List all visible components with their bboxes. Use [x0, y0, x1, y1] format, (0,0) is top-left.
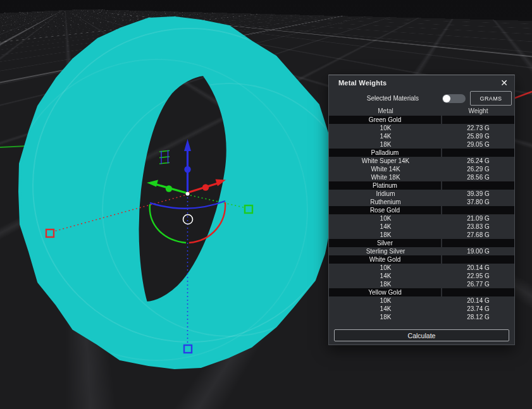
z-axis-bead[interactable]: [184, 166, 190, 173]
metal-weight-value: 26.29 G: [442, 165, 514, 173]
metal-group-name: Green Gold: [329, 116, 441, 124]
metal-weight-value: 26.77 G: [442, 280, 514, 288]
metal-weight-value: 20.14 G: [442, 264, 514, 272]
metal-group-name: White Gold: [329, 255, 441, 264]
metal-weight-value: 22.95 G: [442, 272, 514, 280]
metal-name: 10K: [329, 296, 442, 305]
metal-name: 18K: [329, 231, 442, 239]
metal-weight-row: White 14K26.29 G: [329, 165, 514, 173]
panel-title: Metal Weights: [338, 79, 387, 87]
metal-weight-row: Iridium39.39 G: [329, 190, 514, 198]
metal-group-weight-cell: [442, 149, 514, 157]
metal-weight-row: 10K22.73 G: [329, 124, 514, 132]
metal-name: 18K: [329, 280, 442, 288]
metal-weight-row: 18K28.12 G: [329, 313, 514, 321]
metal-weight-value: 29.05 G: [442, 140, 514, 149]
metal-weight-row: 14K23.83 G: [329, 223, 514, 231]
metal-weight-value: 25.89 G: [442, 132, 514, 140]
metal-name: White 14K: [329, 165, 442, 173]
metal-name: 10K: [329, 214, 442, 223]
selected-materials-toggle[interactable]: [442, 94, 466, 103]
close-icon[interactable]: ✕: [500, 78, 508, 87]
metal-weight-value: 28.12 G: [442, 313, 514, 321]
rotate-free-circle[interactable]: [183, 215, 193, 224]
metal-weight-value: 26.24 G: [442, 157, 514, 165]
column-header-metal: Metal: [329, 107, 442, 114]
metal-weight-row: 18K29.05 G: [329, 140, 514, 149]
metal-weight-row: White 18K28.56 G: [329, 173, 514, 181]
metal-group-header: Silver: [329, 239, 514, 247]
metal-weight-value: 19.00 G: [442, 247, 514, 255]
metal-weight-row: 14K22.95 G: [329, 272, 514, 280]
metal-group-header: White Gold: [329, 255, 514, 264]
x-axis-bead[interactable]: [202, 184, 209, 190]
metal-group-name: Yellow Gold: [329, 288, 441, 296]
ring-model[interactable]: [20, 18, 331, 368]
calculate-button[interactable]: Calculate: [334, 329, 509, 341]
metal-weight-row: 10K20.14 G: [329, 296, 514, 305]
metal-weight-value: 21.09 G: [442, 214, 514, 223]
metal-name: Ruthenium: [329, 198, 442, 206]
metal-group-weight-cell: [442, 181, 514, 190]
gizmo-center-dot[interactable]: [186, 192, 190, 196]
metal-weight-row: 18K26.77 G: [329, 280, 514, 288]
metal-weight-value: 39.39 G: [442, 190, 514, 198]
metal-group-name: Palladium: [329, 149, 441, 157]
metal-name: 18K: [329, 313, 442, 321]
metal-group-name: Rose Gold: [329, 206, 441, 214]
panel-titlebar: Metal Weights ✕: [329, 75, 514, 90]
metal-name: White 18K: [329, 173, 442, 181]
metal-weight-value: 28.56 G: [442, 173, 514, 181]
metal-weight-value: 23.83 G: [442, 223, 514, 231]
metal-weight-row: Ruthenium37.80 G: [329, 198, 514, 206]
metal-group-header: Yellow Gold: [329, 288, 514, 296]
metal-weight-row: Sterling Silver19.00 G: [329, 247, 514, 255]
metal-name: 14K: [329, 132, 442, 140]
metal-weight-value: 23.74 G: [442, 305, 514, 313]
selected-materials-row: Selected Materials GRAMS: [329, 90, 514, 106]
selected-materials-label: Selected Materials: [367, 95, 419, 102]
metal-weight-row: 14K25.89 G: [329, 132, 514, 140]
metal-weight-row: 14K23.74 G: [329, 305, 514, 313]
metal-name: 14K: [329, 272, 442, 280]
metal-group-weight-cell: [442, 239, 514, 247]
metal-name: 14K: [329, 223, 442, 231]
metal-group-weight-cell: [442, 206, 514, 214]
table-header-row: Metal Weight: [329, 106, 514, 116]
metal-group-header: Rose Gold: [329, 206, 514, 214]
plane-handle-icon[interactable]: [159, 150, 170, 164]
metal-weight-value: 37.80 G: [442, 198, 514, 206]
metal-name: 18K: [329, 140, 442, 149]
column-header-weight: Weight: [442, 107, 514, 114]
metal-group-name: Platinum: [329, 181, 441, 190]
metal-name: 14K: [329, 305, 442, 313]
z-axis-arrowhead[interactable]: [184, 139, 191, 151]
metal-weight-value: 20.14 G: [442, 296, 514, 305]
metal-weight-value: 22.73 G: [442, 124, 514, 132]
units-button[interactable]: GRAMS: [470, 91, 512, 106]
metal-group-weight-cell: [442, 116, 514, 124]
metal-weight-row: 18K27.68 G: [329, 231, 514, 239]
metal-name: Iridium: [329, 190, 442, 198]
rotate-arc-green[interactable]: [150, 204, 186, 243]
metal-weight-value: 27.68 G: [442, 231, 514, 239]
metal-weight-row: White Super 14K26.24 G: [329, 157, 514, 165]
metal-group-header: Green Gold: [329, 116, 514, 124]
metal-group-header: Palladium: [329, 149, 514, 157]
metal-weights-table: Green Gold10K22.73 G14K25.89 G18K29.05 G…: [329, 116, 514, 321]
toggle-knob: [443, 95, 450, 102]
y-axis-arrowhead[interactable]: [147, 180, 158, 187]
metal-name: 10K: [329, 264, 442, 272]
metal-name: Sterling Silver: [329, 247, 442, 255]
metal-group-name: Silver: [329, 239, 441, 247]
metal-group-weight-cell: [442, 255, 514, 264]
metal-weights-panel: Metal Weights ✕ Selected Materials GRAMS…: [328, 75, 515, 345]
y-axis-bead[interactable]: [166, 185, 172, 192]
metal-name: White Super 14K: [329, 157, 442, 165]
metal-group-header: Platinum: [329, 181, 514, 190]
3d-viewport[interactable]: Metal Weights ✕ Selected Materials GRAMS…: [0, 0, 532, 409]
world-y-axis-line: [0, 146, 27, 147]
metal-weight-row: 10K21.09 G: [329, 214, 514, 223]
metal-group-weight-cell: [442, 288, 514, 296]
metal-weight-row: 10K20.14 G: [329, 264, 514, 272]
